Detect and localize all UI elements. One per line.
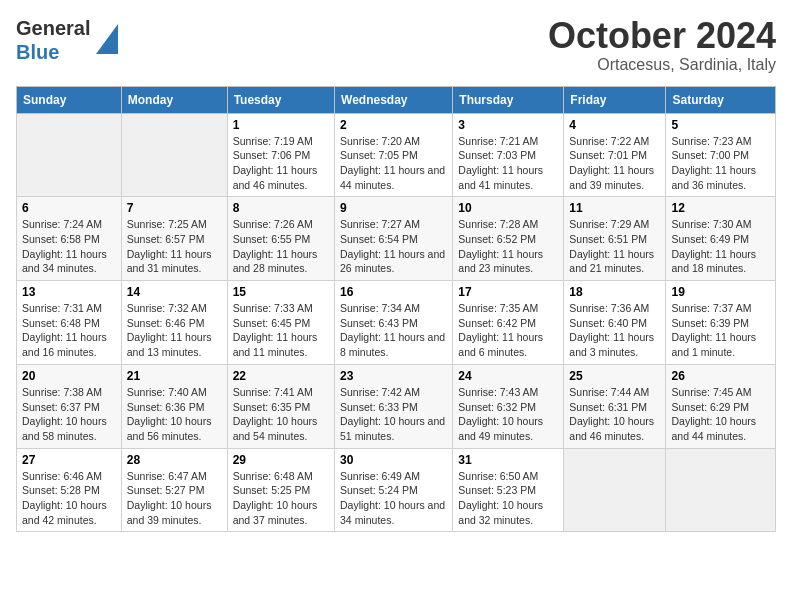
- day-info: Sunrise: 7:28 AM Sunset: 6:52 PM Dayligh…: [458, 217, 558, 276]
- day-info: Sunrise: 6:49 AM Sunset: 5:24 PM Dayligh…: [340, 469, 447, 528]
- day-info: Sunrise: 7:44 AM Sunset: 6:31 PM Dayligh…: [569, 385, 660, 444]
- col-monday: Monday: [121, 86, 227, 113]
- calendar-cell: 5Sunrise: 7:23 AM Sunset: 7:00 PM Daylig…: [666, 113, 776, 197]
- calendar-cell: 28Sunrise: 6:47 AM Sunset: 5:27 PM Dayli…: [121, 448, 227, 532]
- day-info: Sunrise: 7:36 AM Sunset: 6:40 PM Dayligh…: [569, 301, 660, 360]
- day-number: 19: [671, 285, 770, 299]
- calendar-cell: 19Sunrise: 7:37 AM Sunset: 6:39 PM Dayli…: [666, 281, 776, 365]
- day-number: 13: [22, 285, 116, 299]
- calendar-cell: 6Sunrise: 7:24 AM Sunset: 6:58 PM Daylig…: [17, 197, 122, 281]
- day-info: Sunrise: 6:48 AM Sunset: 5:25 PM Dayligh…: [233, 469, 329, 528]
- calendar-cell: 3Sunrise: 7:21 AM Sunset: 7:03 PM Daylig…: [453, 113, 564, 197]
- day-number: 20: [22, 369, 116, 383]
- page-title: October 2024: [548, 16, 776, 56]
- day-info: Sunrise: 7:23 AM Sunset: 7:00 PM Dayligh…: [671, 134, 770, 193]
- title-block: October 2024 Ortacesus, Sardinia, Italy: [548, 16, 776, 74]
- calendar-cell: [666, 448, 776, 532]
- day-number: 24: [458, 369, 558, 383]
- col-thursday: Thursday: [453, 86, 564, 113]
- calendar-cell: [17, 113, 122, 197]
- day-info: Sunrise: 7:22 AM Sunset: 7:01 PM Dayligh…: [569, 134, 660, 193]
- day-number: 7: [127, 201, 222, 215]
- day-number: 4: [569, 118, 660, 132]
- calendar-cell: 18Sunrise: 7:36 AM Sunset: 6:40 PM Dayli…: [564, 281, 666, 365]
- day-info: Sunrise: 7:38 AM Sunset: 6:37 PM Dayligh…: [22, 385, 116, 444]
- day-number: 9: [340, 201, 447, 215]
- calendar-cell: [121, 113, 227, 197]
- day-number: 16: [340, 285, 447, 299]
- day-number: 22: [233, 369, 329, 383]
- col-sunday: Sunday: [17, 86, 122, 113]
- calendar-cell: 8Sunrise: 7:26 AM Sunset: 6:55 PM Daylig…: [227, 197, 334, 281]
- calendar-week-row: 27Sunrise: 6:46 AM Sunset: 5:28 PM Dayli…: [17, 448, 776, 532]
- day-info: Sunrise: 7:43 AM Sunset: 6:32 PM Dayligh…: [458, 385, 558, 444]
- calendar-cell: 7Sunrise: 7:25 AM Sunset: 6:57 PM Daylig…: [121, 197, 227, 281]
- svg-marker-0: [96, 24, 118, 54]
- day-info: Sunrise: 7:24 AM Sunset: 6:58 PM Dayligh…: [22, 217, 116, 276]
- calendar-cell: 17Sunrise: 7:35 AM Sunset: 6:42 PM Dayli…: [453, 281, 564, 365]
- day-info: Sunrise: 7:29 AM Sunset: 6:51 PM Dayligh…: [569, 217, 660, 276]
- calendar-cell: 12Sunrise: 7:30 AM Sunset: 6:49 PM Dayli…: [666, 197, 776, 281]
- calendar-cell: 1Sunrise: 7:19 AM Sunset: 7:06 PM Daylig…: [227, 113, 334, 197]
- day-info: Sunrise: 7:32 AM Sunset: 6:46 PM Dayligh…: [127, 301, 222, 360]
- calendar-week-row: 13Sunrise: 7:31 AM Sunset: 6:48 PM Dayli…: [17, 281, 776, 365]
- calendar-cell: 16Sunrise: 7:34 AM Sunset: 6:43 PM Dayli…: [335, 281, 453, 365]
- day-number: 25: [569, 369, 660, 383]
- calendar-week-row: 1Sunrise: 7:19 AM Sunset: 7:06 PM Daylig…: [17, 113, 776, 197]
- calendar-cell: 27Sunrise: 6:46 AM Sunset: 5:28 PM Dayli…: [17, 448, 122, 532]
- day-number: 10: [458, 201, 558, 215]
- day-info: Sunrise: 7:45 AM Sunset: 6:29 PM Dayligh…: [671, 385, 770, 444]
- calendar-table: Sunday Monday Tuesday Wednesday Thursday…: [16, 86, 776, 533]
- day-info: Sunrise: 7:41 AM Sunset: 6:35 PM Dayligh…: [233, 385, 329, 444]
- logo-general: General: [16, 16, 90, 40]
- day-number: 18: [569, 285, 660, 299]
- day-info: Sunrise: 6:50 AM Sunset: 5:23 PM Dayligh…: [458, 469, 558, 528]
- day-info: Sunrise: 6:46 AM Sunset: 5:28 PM Dayligh…: [22, 469, 116, 528]
- day-number: 8: [233, 201, 329, 215]
- day-number: 28: [127, 453, 222, 467]
- day-info: Sunrise: 7:35 AM Sunset: 6:42 PM Dayligh…: [458, 301, 558, 360]
- calendar-cell: 21Sunrise: 7:40 AM Sunset: 6:36 PM Dayli…: [121, 364, 227, 448]
- day-number: 2: [340, 118, 447, 132]
- calendar-cell: 15Sunrise: 7:33 AM Sunset: 6:45 PM Dayli…: [227, 281, 334, 365]
- day-info: Sunrise: 7:40 AM Sunset: 6:36 PM Dayligh…: [127, 385, 222, 444]
- day-info: Sunrise: 7:30 AM Sunset: 6:49 PM Dayligh…: [671, 217, 770, 276]
- day-number: 14: [127, 285, 222, 299]
- logo: General Blue: [16, 16, 118, 64]
- col-tuesday: Tuesday: [227, 86, 334, 113]
- page-header: General Blue October 2024 Ortacesus, Sar…: [16, 16, 776, 74]
- calendar-cell: 10Sunrise: 7:28 AM Sunset: 6:52 PM Dayli…: [453, 197, 564, 281]
- day-number: 21: [127, 369, 222, 383]
- col-friday: Friday: [564, 86, 666, 113]
- day-number: 26: [671, 369, 770, 383]
- day-number: 6: [22, 201, 116, 215]
- day-number: 29: [233, 453, 329, 467]
- day-number: 15: [233, 285, 329, 299]
- calendar-week-row: 20Sunrise: 7:38 AM Sunset: 6:37 PM Dayli…: [17, 364, 776, 448]
- day-info: Sunrise: 7:34 AM Sunset: 6:43 PM Dayligh…: [340, 301, 447, 360]
- day-number: 31: [458, 453, 558, 467]
- calendar-cell: 29Sunrise: 6:48 AM Sunset: 5:25 PM Dayli…: [227, 448, 334, 532]
- calendar-week-row: 6Sunrise: 7:24 AM Sunset: 6:58 PM Daylig…: [17, 197, 776, 281]
- logo-icon: [96, 24, 118, 54]
- col-saturday: Saturday: [666, 86, 776, 113]
- calendar-cell: 22Sunrise: 7:41 AM Sunset: 6:35 PM Dayli…: [227, 364, 334, 448]
- day-info: Sunrise: 7:21 AM Sunset: 7:03 PM Dayligh…: [458, 134, 558, 193]
- day-info: Sunrise: 6:47 AM Sunset: 5:27 PM Dayligh…: [127, 469, 222, 528]
- day-number: 27: [22, 453, 116, 467]
- calendar-cell: 4Sunrise: 7:22 AM Sunset: 7:01 PM Daylig…: [564, 113, 666, 197]
- day-number: 1: [233, 118, 329, 132]
- calendar-cell: 14Sunrise: 7:32 AM Sunset: 6:46 PM Dayli…: [121, 281, 227, 365]
- calendar-cell: 20Sunrise: 7:38 AM Sunset: 6:37 PM Dayli…: [17, 364, 122, 448]
- day-info: Sunrise: 7:26 AM Sunset: 6:55 PM Dayligh…: [233, 217, 329, 276]
- calendar-cell: 25Sunrise: 7:44 AM Sunset: 6:31 PM Dayli…: [564, 364, 666, 448]
- day-number: 11: [569, 201, 660, 215]
- calendar-cell: 31Sunrise: 6:50 AM Sunset: 5:23 PM Dayli…: [453, 448, 564, 532]
- day-number: 12: [671, 201, 770, 215]
- page-subtitle: Ortacesus, Sardinia, Italy: [548, 56, 776, 74]
- day-number: 5: [671, 118, 770, 132]
- day-info: Sunrise: 7:20 AM Sunset: 7:05 PM Dayligh…: [340, 134, 447, 193]
- day-info: Sunrise: 7:37 AM Sunset: 6:39 PM Dayligh…: [671, 301, 770, 360]
- calendar-cell: 2Sunrise: 7:20 AM Sunset: 7:05 PM Daylig…: [335, 113, 453, 197]
- calendar-header-row: Sunday Monday Tuesday Wednesday Thursday…: [17, 86, 776, 113]
